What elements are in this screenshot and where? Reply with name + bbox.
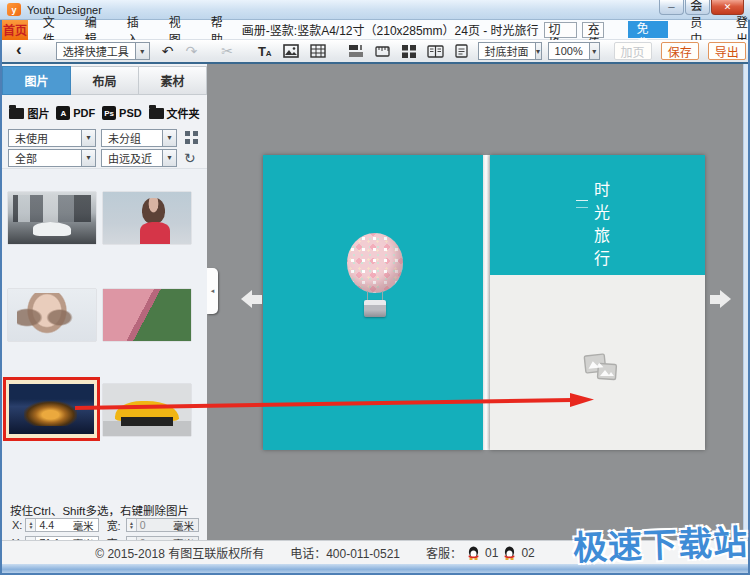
group-filter-dropdown[interactable]: 未分组 ▾	[101, 129, 177, 147]
download-site-watermark: 极速下载站	[572, 515, 749, 570]
minimize-button[interactable]: ─	[659, 0, 684, 15]
import-psd-button[interactable]: Ps PSD	[102, 106, 142, 120]
folder-icon	[149, 108, 164, 119]
qq-icon[interactable]	[467, 546, 480, 560]
x-unit: 毫米	[73, 518, 98, 533]
x-field[interactable]: ▲▼ 4.4 毫米	[25, 518, 98, 532]
x-value: 4.4	[36, 519, 72, 531]
thumbnail-white-car[interactable]	[8, 192, 96, 244]
width-label: 宽:	[107, 517, 126, 533]
refresh-icon[interactable]: ↻	[184, 151, 196, 165]
thumbnail-grid-icon[interactable]	[185, 131, 198, 144]
chevron-down-icon: ▾	[81, 150, 95, 166]
chevron-down-icon: ▾	[135, 43, 149, 59]
tab-images[interactable]: 图片	[2, 66, 71, 95]
align-icon[interactable]	[349, 45, 364, 58]
chevron-down-icon: ▾	[589, 43, 599, 59]
tab-layout[interactable]: 布局	[71, 66, 139, 95]
filter-row-1: 未使用 ▾ 未分组 ▾	[8, 128, 204, 147]
thumbnail-night-castle-image	[9, 384, 94, 434]
menu-bar: 首页 文件 编辑 插入 视图 帮助 画册-竖款:竖款A4/12寸（210x285…	[2, 20, 748, 40]
zoom-level-dropdown[interactable]: 100% ▾	[548, 42, 600, 60]
qq-number-2[interactable]: 02	[521, 546, 534, 560]
group-filter-label: 未分组	[102, 130, 162, 146]
ruler-icon[interactable]	[375, 45, 391, 58]
import-images-label: 图片	[27, 105, 49, 121]
panel-tabs: 图片 布局 素材	[2, 66, 207, 95]
cover-subtitle-decoration	[576, 200, 588, 208]
chevron-down-icon: ▾	[162, 130, 176, 146]
document-title: 画册-竖款:竖款A4/12寸（210x285mm）24页 - 时光旅行	[242, 21, 539, 38]
panel-collapse-handle[interactable]: ◂	[207, 268, 218, 314]
thumbnail-night-castle-selected[interactable]	[3, 377, 100, 441]
import-images-button[interactable]: 图片	[9, 105, 49, 121]
import-pdf-button[interactable]: A PDF	[56, 106, 95, 120]
image-placeholder-icon[interactable]	[583, 351, 619, 389]
cut-icon[interactable]: ✂	[221, 44, 233, 58]
width-unit: 毫米	[173, 518, 198, 533]
import-folder-button[interactable]: 文件夹	[149, 105, 200, 121]
balloon-graphic	[347, 233, 403, 293]
right-arrow-bar	[710, 295, 720, 304]
next-page-arrow[interactable]	[710, 290, 731, 308]
quick-tool-label: 选择快捷工具	[57, 43, 135, 59]
canvas-scrollbar[interactable]	[743, 64, 748, 540]
usage-filter-label: 未使用	[9, 130, 81, 146]
quick-tool-dropdown[interactable]: 选择快捷工具 ▾	[56, 42, 150, 60]
insert-image-icon[interactable]	[283, 44, 299, 58]
qq-number-1[interactable]: 01	[485, 546, 498, 560]
left-arrow-icon	[241, 290, 252, 308]
grid-view-icon[interactable]	[402, 45, 416, 58]
left-arrow-bar	[252, 295, 262, 304]
width-field[interactable]: ▲▼ 0 毫米	[126, 518, 199, 532]
thumbnail-flower-field-aerial[interactable]	[103, 289, 191, 341]
import-row: 图片 A PDF Ps PSD 文件夹	[2, 100, 207, 126]
text-tool-icon[interactable]: TA	[258, 44, 272, 59]
width-stepper[interactable]: ▲▼	[127, 519, 137, 531]
undo-icon[interactable]: ↶	[162, 44, 174, 58]
recharge-button[interactable]: 充值	[582, 22, 604, 38]
insert-table-icon[interactable]	[310, 44, 326, 58]
spread-view-icon[interactable]	[427, 45, 444, 58]
tab-assets[interactable]: 素材	[139, 66, 207, 95]
menu-home[interactable]: 首页	[2, 20, 28, 40]
thumbnail-woman-red-dress[interactable]	[103, 192, 191, 244]
import-folder-label: 文件夹	[167, 105, 200, 121]
switch-size-button[interactable]: 切换尺寸	[544, 22, 578, 38]
single-page-view-icon[interactable]	[455, 44, 468, 58]
previous-page-arrow[interactable]	[241, 290, 262, 308]
import-psd-label: PSD	[119, 107, 142, 119]
thumbnail-list	[2, 168, 207, 500]
copyright-text: © 2015-2018 有图互联版权所有	[95, 544, 264, 561]
save-button[interactable]: 保存	[661, 42, 699, 60]
psd-icon: Ps	[102, 106, 116, 120]
cover-title-vertical: 时光旅行	[588, 181, 612, 273]
pdf-icon: A	[56, 106, 70, 120]
usage-filter-dropdown[interactable]: 未使用 ▾	[8, 129, 96, 147]
spread-select-label: 封底封面	[479, 43, 535, 59]
x-stepper[interactable]: ▲▼	[26, 519, 36, 531]
qq-icon[interactable]	[503, 546, 516, 560]
spread-select-dropdown[interactable]: 封底封面 ▾	[478, 42, 542, 60]
back-button[interactable]: ‹	[16, 40, 22, 60]
service-label: 客服：	[426, 544, 462, 561]
sort-filter-label: 由远及近	[102, 150, 162, 166]
add-page-button[interactable]: 加页	[614, 42, 652, 60]
page-back-cover[interactable]	[263, 155, 483, 450]
library-panel: 图片 布局 素材 图片 A PDF Ps PSD 文件夹 未使	[2, 64, 207, 540]
toolbar: ‹ 选择快捷工具 ▾ ↶ ↷ ✂ TA	[2, 40, 748, 64]
phone-text: 电话：400-011-0521	[290, 544, 400, 561]
thumbnail-woman-portrait[interactable]	[8, 289, 96, 341]
redo-icon[interactable]: ↷	[185, 44, 197, 58]
export-button[interactable]: 导出	[708, 42, 746, 60]
design-canvas[interactable]: ◂ 时光旅行	[207, 64, 743, 540]
app-window: y Youtu Designer ─ ▢ ✕ 首页 文件 编辑 插入 视图 帮助…	[0, 0, 750, 575]
chevron-down-icon: ▾	[162, 150, 176, 166]
scope-filter-dropdown[interactable]: 全部 ▾	[8, 149, 96, 167]
page-front-cover[interactable]: 时光旅行	[490, 155, 705, 450]
thumbnail-yellow-suv[interactable]	[103, 384, 191, 436]
free-user-badge[interactable]: 免费用户	[628, 21, 668, 38]
folder-icon	[9, 108, 24, 119]
sort-filter-dropdown[interactable]: 由远及近 ▾	[101, 149, 177, 167]
right-arrow-icon	[720, 290, 731, 308]
